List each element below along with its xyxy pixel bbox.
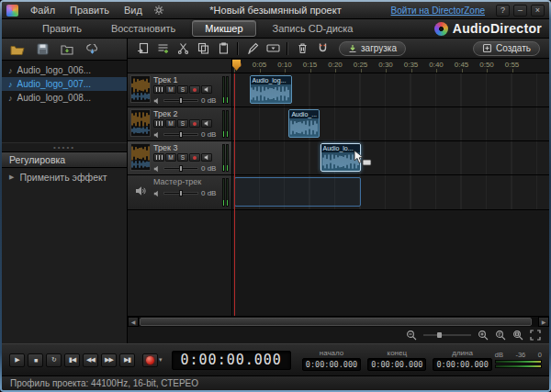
zoom-selection-icon[interactable]	[495, 330, 506, 341]
menu-file[interactable]: Файл	[24, 4, 62, 17]
track-lane[interactable]: Audio_log...	[232, 73, 549, 106]
titlebar: Файл Править Вид *Новый безымянный проек…	[2, 2, 549, 19]
scroll-left-icon[interactable]: ◀	[128, 317, 139, 327]
tab-edit[interactable]: Править	[29, 20, 95, 37]
list-item[interactable]: ♪ Audio_logo_008...	[2, 91, 127, 105]
go-to-start-button[interactable]: ▮◀	[64, 353, 80, 367]
list-item[interactable]: ♪ Audio_logo_006...	[2, 63, 127, 77]
track-rows: Трек 1 M S 0 dB Audio_log...	[128, 73, 549, 175]
track-volume-slider[interactable]	[163, 99, 198, 102]
track-fader-icon[interactable]	[153, 85, 164, 94]
apply-effect-item[interactable]: ▶ Применить эффект	[2, 168, 127, 185]
list-item-selected[interactable]: ♪ Audio_logo_007...	[2, 77, 127, 91]
transport-bar: ▶ ■ ↻ ▮◀ ◀◀ ▶▶ ▶▮ ▾ 0:00:00.000 начало 0…	[2, 343, 549, 375]
tab-restore[interactable]: Восстановить	[98, 20, 188, 37]
brand-name: AudioDirector	[453, 21, 542, 36]
scrollbar-track[interactable]	[139, 317, 538, 327]
menu-edit[interactable]: Править	[63, 4, 116, 17]
ruler-tick	[411, 69, 412, 73]
import-media-icon[interactable]	[57, 41, 77, 58]
magnet-icon[interactable]	[313, 40, 332, 56]
range-length-value[interactable]: 0:00:00.000	[433, 358, 491, 371]
trash-icon[interactable]	[293, 40, 311, 56]
empty-lane[interactable]	[232, 210, 549, 316]
horizontal-scrollbar[interactable]: ◀ ▶	[128, 316, 549, 327]
track-solo-button[interactable]: S	[177, 119, 188, 128]
track-mute-button[interactable]: M	[165, 85, 176, 94]
go-to-end-button[interactable]: ▶▮	[119, 353, 135, 367]
range-length-field: длина 0:00:00.000	[433, 349, 491, 371]
zoom-in-icon[interactable]	[478, 330, 489, 341]
import-file-icon[interactable]	[133, 40, 152, 56]
rewind-button[interactable]: ◀◀	[83, 353, 98, 367]
track-solo-button[interactable]: S	[177, 85, 188, 94]
help-button[interactable]: ?	[496, 5, 510, 17]
fullscreen-fit-icon[interactable]	[530, 330, 541, 341]
scrollbar-thumb[interactable]	[140, 318, 532, 326]
track-monitor-button[interactable]	[201, 85, 212, 94]
adjust-section-header[interactable]: Регулировка	[2, 151, 127, 168]
master-volume-value: 0 dB	[201, 189, 216, 197]
track-header[interactable]: Трек 1 M S 0 dB	[128, 73, 232, 106]
track-monitor-button[interactable]	[201, 153, 212, 162]
tab-cd-burn[interactable]: Запись CD-диска	[260, 20, 366, 37]
fast-forward-button[interactable]: ▶▶	[101, 353, 117, 367]
minimize-button[interactable]: –	[513, 5, 527, 17]
track-solo-button[interactable]: S	[177, 153, 188, 162]
download-media-icon[interactable]	[82, 41, 102, 58]
track-record-arm-button[interactable]	[189, 153, 200, 162]
zoom-fit-icon[interactable]	[512, 330, 523, 341]
pencil-icon[interactable]	[243, 40, 262, 56]
paste-icon[interactable]	[214, 40, 232, 56]
menu-view[interactable]: Вид	[118, 4, 149, 17]
audio-clip[interactable]: Audio_log...	[250, 75, 293, 104]
track-record-arm-button[interactable]	[189, 119, 200, 128]
marker-dropdown-icon[interactable]	[264, 40, 282, 56]
scroll-right-icon[interactable]: ▶	[538, 317, 549, 327]
audio-clip[interactable]: Audio_...	[288, 109, 320, 138]
create-button[interactable]: Создать	[473, 41, 540, 56]
loudness-load-button[interactable]: загрузка	[339, 41, 406, 56]
track-fader-icon[interactable]	[153, 119, 164, 128]
track-record-arm-button[interactable]	[189, 85, 200, 94]
directorzone-link[interactable]: Войти на DirectorZone	[391, 6, 485, 16]
range-end-value[interactable]: 0:00:00.000	[367, 358, 426, 371]
ruler-header-spacer	[128, 59, 232, 73]
track-volume-slider[interactable]	[163, 133, 198, 136]
track-monitor-button[interactable]	[201, 119, 212, 128]
save-project-icon[interactable]	[32, 41, 52, 58]
track-lane[interactable]: Audio_lo...	[232, 141, 549, 174]
cut-icon[interactable]	[174, 40, 192, 56]
tab-mixer[interactable]: Микшер	[192, 20, 255, 37]
play-button[interactable]: ▶	[9, 353, 25, 367]
zoom-slider-knob[interactable]	[437, 332, 442, 338]
stop-button[interactable]: ■	[28, 353, 43, 367]
zoom-slider[interactable]	[423, 334, 471, 336]
add-track-icon[interactable]	[153, 40, 172, 56]
master-track-lane[interactable]	[232, 175, 549, 209]
settings-gear-icon[interactable]	[151, 5, 167, 16]
volume-speaker-icon	[153, 165, 161, 173]
track-mute-button[interactable]: M	[165, 153, 176, 162]
open-folder-icon[interactable]	[7, 41, 28, 58]
audio-clip[interactable]: Audio_lo...	[320, 143, 361, 172]
record-button[interactable]	[142, 353, 158, 367]
zoom-out-icon[interactable]	[406, 330, 417, 341]
master-volume-slider[interactable]	[163, 192, 198, 195]
ruler-scale[interactable]: 0:000:050:100:150:200:250:300:350:400:45…	[232, 59, 549, 73]
track-header[interactable]: Трек 3 M S 0 dB	[128, 141, 232, 174]
panel-resize-handle[interactable]: •••••	[2, 143, 127, 151]
mix-selection-region[interactable]	[234, 177, 361, 207]
track-header[interactable]: Трек 2 M S 0 dB	[128, 107, 232, 140]
loop-button[interactable]: ↻	[46, 353, 62, 367]
track-mute-button[interactable]: M	[165, 119, 176, 128]
copy-icon[interactable]	[194, 40, 212, 56]
record-dropdown-icon[interactable]: ▾	[159, 356, 163, 364]
range-start-value[interactable]: 0:00:00.000	[302, 358, 361, 371]
master-track-header[interactable]: Мастер-трек 0 dB	[128, 175, 232, 209]
track-lane[interactable]: Audio_...	[232, 107, 549, 140]
track-volume-slider[interactable]	[163, 167, 198, 170]
close-button[interactable]: ×	[531, 5, 545, 17]
playhead-line[interactable]	[234, 73, 235, 316]
track-fader-icon[interactable]	[153, 153, 164, 162]
